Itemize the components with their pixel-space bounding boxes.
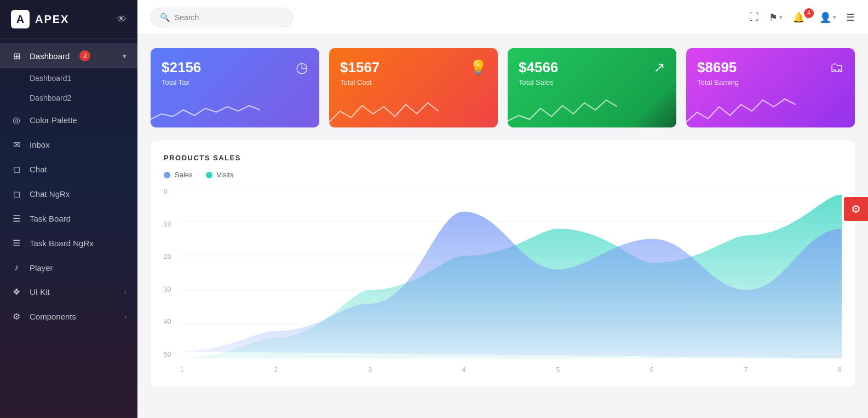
sidebar-item-label: Chat NgRx (30, 189, 70, 199)
dashboard-icon: ⊞ (11, 51, 22, 61)
color-palette-icon: ◎ (11, 115, 22, 125)
notifications-button[interactable]: 🔔 4 ▾ (792, 11, 809, 24)
sidebar-item-label: Task Board NgRx (30, 239, 94, 248)
legend-item-visits: Visits (206, 171, 234, 179)
stat-cards: $2156 Total Tax ◷ $1567 Total Cost 💡 (151, 48, 855, 127)
sidebar-nav: ⊞ Dashboard 2 ▾ Dashboard1 Dashboard2 ◎ … (0, 39, 137, 418)
bell-icon: 🔔 (792, 11, 804, 24)
eye-icon[interactable]: 👁 (117, 14, 127, 25)
chevron-right-icon: › (124, 312, 127, 321)
chevron-down-icon: ▾ (833, 14, 836, 21)
flag-icon: ⚑ (769, 11, 778, 24)
chevron-down-icon: ▾ (123, 52, 127, 60)
notifications-badge: 4 (804, 8, 814, 18)
user-icon: 👤 (819, 11, 831, 24)
header-actions: ⛶ ⚑ ▾ 🔔 4 ▾ 👤 ▾ ☰ (749, 11, 855, 24)
legend-label-visits: Visits (217, 171, 234, 179)
stat-label: Total Sales (519, 78, 558, 86)
stat-top: $8695 Total Earning 🗂 (697, 59, 844, 86)
products-sales-chart (180, 188, 842, 358)
sidebar-item-label: Inbox (30, 140, 50, 149)
sales-section: PRODUCTS SALES Sales Visits 50 40 30 20 … (151, 141, 855, 387)
sidebar-item-chat[interactable]: ◻ Chat (0, 157, 137, 182)
stat-value: $4566 (519, 59, 558, 76)
sidebar-item-color-palette[interactable]: ◎ Color Palette (0, 108, 137, 132)
header: 🔍 ⛶ ⚑ ▾ 🔔 4 ▾ 👤 ▾ (137, 0, 868, 35)
sidebar-item-label: UI Kit (30, 287, 50, 297)
sidebar: A APEX 👁 ⊞ Dashboard 2 ▾ Dashboard1 Dash… (0, 0, 137, 418)
sidebar-item-components[interactable]: ⚙ Components › (0, 304, 137, 329)
sidebar-item-label: Dashboard (30, 51, 70, 61)
logo-letter: A (11, 10, 30, 28)
logo-text: APEX (35, 13, 69, 26)
chart-x-labels: 1 2 3 4 5 6 7 8 (180, 366, 842, 374)
stat-chart (508, 95, 617, 127)
stat-top: $1567 Total Cost 💡 (340, 59, 487, 86)
stat-label: Total Cost (340, 78, 380, 86)
stat-value: $2156 (162, 59, 201, 76)
user-button[interactable]: 👤 ▾ (819, 11, 836, 24)
sidebar-item-dashboard[interactable]: ⊞ Dashboard 2 ▾ (0, 43, 137, 68)
hamburger-icon: ☰ (846, 11, 855, 24)
sidebar-sub-dashboard2[interactable]: Dashboard2 (0, 88, 137, 108)
dashboard-badge: 2 (79, 50, 90, 61)
stat-chart (151, 95, 260, 127)
sidebar-item-ui-kit[interactable]: ❖ UI Kit › (0, 280, 137, 304)
section-title: PRODUCTS SALES (164, 154, 842, 162)
stat-chart (686, 95, 796, 127)
stat-label: Total Tax (162, 78, 201, 86)
expand-button[interactable]: ⛶ (749, 11, 759, 23)
sidebar-sub-dashboard1[interactable]: Dashboard1 (0, 68, 137, 88)
stat-card-total-sales: $4566 Total Sales ↗ (508, 48, 676, 127)
stat-value: $1567 (340, 59, 380, 76)
flag-button[interactable]: ⚑ ▾ (769, 11, 783, 24)
stat-icon: ◷ (296, 59, 308, 76)
legend-dot-sales (164, 172, 170, 178)
chart-area (180, 188, 842, 358)
chevron-right-icon: › (124, 288, 127, 296)
fab-gear-button[interactable]: ⚙ (844, 197, 868, 221)
inbox-icon: ✉ (11, 140, 22, 150)
sidebar-item-chat-ngrx[interactable]: ◻ Chat NgRx (0, 182, 137, 206)
chat-icon: ◻ (11, 164, 22, 175)
sidebar-item-player[interactable]: ♪ Player (0, 256, 137, 280)
search-input[interactable] (175, 13, 284, 22)
sidebar-item-label: Components (30, 312, 76, 321)
stat-icon: 💡 (469, 59, 487, 76)
player-icon: ♪ (11, 263, 22, 272)
search-box[interactable]: 🔍 (151, 8, 293, 27)
stat-label: Total Earning (697, 78, 739, 86)
stat-icon: ↗ (653, 59, 665, 76)
legend-label-sales: Sales (175, 171, 193, 179)
task-board-icon: ☰ (11, 213, 22, 224)
sidebar-item-label: Chat (30, 165, 47, 174)
search-icon: 🔍 (160, 13, 170, 22)
menu-button[interactable]: ☰ (846, 11, 855, 24)
main-content: 🔍 ⛶ ⚑ ▾ 🔔 4 ▾ 👤 ▾ (137, 0, 868, 418)
sidebar-item-label: Task Board (30, 214, 71, 223)
stat-chart (329, 95, 439, 127)
gear-icon: ⚙ (851, 202, 861, 216)
stat-top: $4566 Total Sales ↗ (519, 59, 665, 86)
chart-legend: Sales Visits (164, 171, 842, 179)
components-icon: ⚙ (11, 311, 22, 322)
expand-icon: ⛶ (749, 11, 759, 23)
stat-card-total-cost: $1567 Total Cost 💡 (329, 48, 498, 127)
chart-container: 50 40 30 20 10 0 (164, 188, 842, 374)
task-board-ngrx-icon: ☰ (11, 238, 22, 248)
stat-card-total-earning: $8695 Total Earning 🗂 (686, 48, 855, 127)
legend-item-sales: Sales (164, 171, 193, 179)
ui-kit-icon: ❖ (11, 287, 22, 297)
sidebar-item-task-board[interactable]: ☰ Task Board (0, 206, 137, 231)
sidebar-item-task-board-ngrx[interactable]: ☰ Task Board NgRx (0, 231, 137, 256)
sidebar-item-label: Color Palette (30, 115, 77, 125)
chevron-down-icon: ▾ (779, 14, 783, 21)
stat-card-total-tax: $2156 Total Tax ◷ (151, 48, 319, 127)
legend-dot-visits (206, 172, 212, 178)
stat-icon: 🗂 (830, 59, 844, 76)
chart-y-labels: 50 40 30 20 10 0 (164, 188, 179, 358)
sidebar-item-inbox[interactable]: ✉ Inbox (0, 132, 137, 157)
stat-value: $8695 (697, 59, 739, 76)
body-area: $2156 Total Tax ◷ $1567 Total Cost 💡 (137, 35, 868, 418)
stat-top: $2156 Total Tax ◷ (162, 59, 308, 86)
